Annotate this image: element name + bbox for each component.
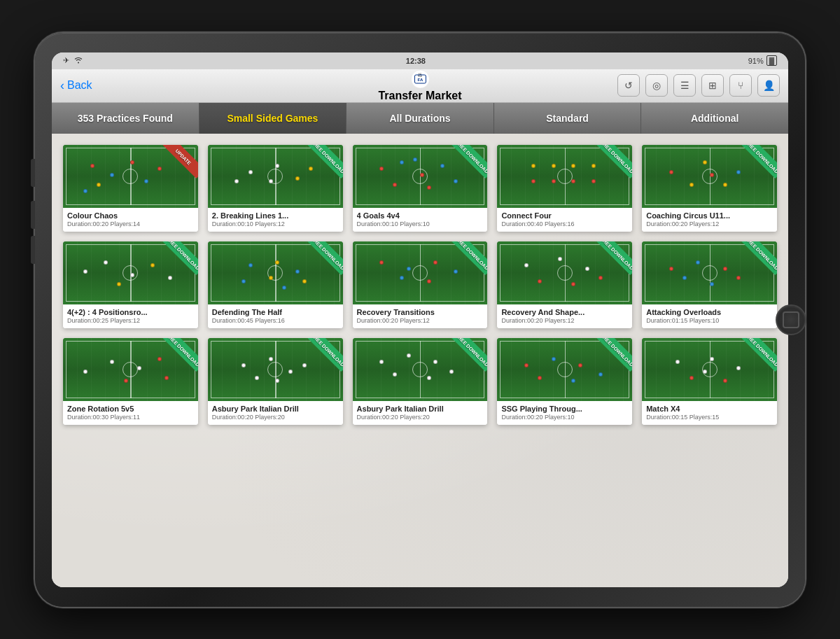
- player-dot: [288, 370, 293, 374]
- home-button[interactable]: [776, 304, 806, 335]
- player-dot: [558, 257, 562, 261]
- card-badge: FREE DOWNLOAD: [593, 145, 632, 184]
- card-image: FREE DOWNLOAD: [642, 145, 777, 208]
- player-dot: [552, 179, 556, 183]
- card-item[interactable]: FREE DOWNLOAD Recovery Transitions Durat…: [353, 241, 488, 328]
- player-dot: [269, 276, 273, 280]
- ipad-screen: ✈ 12:38 91% ▓ ‹ Back ⚽: [52, 52, 788, 587]
- player-dot: [690, 376, 694, 380]
- card-meta: Duration:00:20 Players:12: [357, 317, 484, 324]
- filter-bar: 353 Practices Found Small Sided Games Al…: [52, 103, 788, 134]
- nav-icon-grid[interactable]: ⊞: [701, 74, 724, 97]
- card-badge: FREE DOWNLOAD: [593, 338, 632, 377]
- filter-additional[interactable]: Additional: [641, 103, 788, 134]
- card-info: Colour Chaos Duration:00:20 Players:14: [63, 208, 198, 232]
- card-item[interactable]: FREE DOWNLOAD Coaching Circus U11... Dur…: [642, 145, 777, 232]
- card-badge: FREE DOWNLOAD: [304, 145, 343, 184]
- card-item[interactable]: FREE DOWNLOAD Connect Four Duration:00:4…: [497, 145, 632, 232]
- player-dot: [248, 263, 253, 267]
- filter-standard[interactable]: Standard: [494, 103, 642, 134]
- card-image: FREE DOWNLOAD: [63, 241, 198, 304]
- player-dot: [578, 363, 582, 367]
- player-dot: [234, 179, 239, 183]
- card-image: FREE DOWNLOAD: [353, 241, 488, 304]
- svg-text:FA: FA: [417, 78, 423, 82]
- battery-percent: 91%: [748, 57, 764, 65]
- nav-icon-list[interactable]: ☰: [673, 74, 696, 97]
- player-dot: [83, 189, 88, 193]
- player-dot: [420, 173, 424, 177]
- svg-point-0: [78, 62, 79, 63]
- player-dot: [90, 164, 94, 168]
- card-item[interactable]: FREE DOWNLOAD Recovery And Shape... Dura…: [497, 241, 632, 328]
- player-dot: [97, 183, 101, 187]
- player-dot: [379, 167, 384, 171]
- card-item[interactable]: FREE DOWNLOAD Match X4 Duration:00:15 Pl…: [642, 338, 777, 425]
- player-dot: [710, 357, 714, 361]
- player-dot: [413, 157, 417, 162]
- card-image: UPDATE: [63, 145, 198, 208]
- status-time: 12:38: [406, 57, 426, 65]
- player-dot: [427, 185, 431, 190]
- nav-icon-user[interactable]: 👤: [757, 74, 780, 97]
- card-title: Recovery And Shape...: [501, 308, 628, 316]
- player-dot: [669, 170, 673, 174]
- card-item[interactable]: FREE DOWNLOAD 4 Goals 4v4 Duration:00:10…: [353, 145, 488, 232]
- filter-duration[interactable]: All Durations: [346, 103, 494, 134]
- player-dot: [723, 183, 727, 187]
- player-dot: [552, 357, 556, 361]
- card-meta: Duration:00:20 Players:20: [212, 414, 339, 421]
- card-title: Match X4: [646, 405, 773, 413]
- card-info: Asbury Park Italian Drill Duration:00:20…: [353, 401, 488, 425]
- card-info: Asbury Park Italian Drill Duration:00:20…: [208, 401, 343, 425]
- nav-title-area: ⚽ FA Transfer Market: [378, 69, 461, 102]
- card-title: Asbury Park Italian Drill: [212, 405, 339, 413]
- player-dot: [682, 276, 687, 280]
- back-button[interactable]: ‹ Back: [60, 78, 92, 93]
- filter-type[interactable]: Small Sided Games: [200, 103, 347, 134]
- player-dot: [676, 360, 680, 364]
- player-dot: [690, 183, 694, 187]
- player-dot: [110, 173, 114, 177]
- card-item[interactable]: FREE DOWNLOAD Zone Rotation 5v5 Duration…: [63, 338, 198, 425]
- player-dot: [407, 267, 411, 271]
- card-image: FREE DOWNLOAD: [642, 241, 777, 304]
- player-dot: [669, 267, 673, 271]
- card-info: Zone Rotation 5v5 Duration:00:30 Players…: [63, 401, 198, 425]
- card-item[interactable]: FREE DOWNLOAD 4(+2) : 4 Positionsro... D…: [63, 241, 198, 328]
- nav-icon-target[interactable]: ◎: [645, 74, 668, 97]
- card-item[interactable]: FREE DOWNLOAD Asbury Park Italian Drill …: [208, 338, 343, 425]
- card-item[interactable]: FREE DOWNLOAD Defending The Half Duratio…: [208, 241, 343, 328]
- player-dot: [130, 160, 134, 164]
- card-item[interactable]: FREE DOWNLOAD Attacking Overloads Durati…: [642, 241, 777, 328]
- player-dot: [524, 263, 528, 267]
- card-item[interactable]: UPDATE Colour Chaos Duration:00:20 Playe…: [63, 145, 198, 232]
- card-title: 4(+2) : 4 Positionsro...: [67, 308, 194, 316]
- player-dot: [104, 260, 108, 265]
- nav-icon-share[interactable]: ⑂: [729, 74, 752, 97]
- player-dot: [710, 173, 714, 177]
- player-dot: [248, 170, 253, 174]
- player-dot: [524, 363, 528, 367]
- card-item[interactable]: FREE DOWNLOAD 2. Breaking Lines 1... Dur…: [208, 145, 343, 232]
- player-dot: [696, 260, 700, 265]
- card-item[interactable]: FREE DOWNLOAD Asbury Park Italian Drill …: [353, 338, 488, 425]
- card-badge: FREE DOWNLOAD: [738, 338, 777, 377]
- card-meta: Duration:00:45 Players:16: [212, 317, 339, 324]
- player-dot: [130, 273, 134, 277]
- card-meta: Duration:00:20 Players:10: [501, 414, 628, 421]
- player-dot: [241, 279, 246, 283]
- card-badge: FREE DOWNLOAD: [304, 338, 343, 377]
- player-dot: [571, 282, 575, 286]
- card-info: Attacking Overloads Duration:01:15 Playe…: [642, 304, 777, 328]
- card-title: Attacking Overloads: [646, 308, 773, 316]
- player-dot: [571, 164, 575, 168]
- card-info: 4 Goals 4v4 Duration:00:10 Players:10: [353, 208, 488, 232]
- player-dot: [83, 269, 88, 274]
- card-title: 2. Breaking Lines 1...: [212, 211, 339, 220]
- card-meta: Duration:00:20 Players:12: [646, 220, 773, 227]
- nav-icon-history[interactable]: ↺: [617, 74, 640, 97]
- card-item[interactable]: FREE DOWNLOAD SSG Playing Throug... Dura…: [497, 338, 632, 425]
- filter-count[interactable]: 353 Practices Found: [52, 103, 200, 134]
- player-dot: [269, 357, 273, 361]
